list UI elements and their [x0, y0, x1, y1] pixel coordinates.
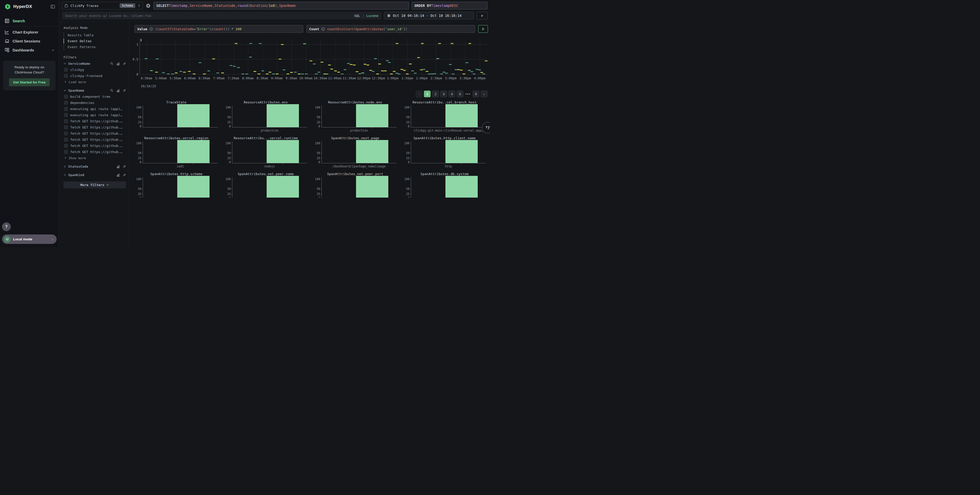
pagination-next-button[interactable]: ›	[481, 90, 487, 97]
analysis-mode-results-table[interactable]: Results Table	[64, 32, 126, 38]
checkbox[interactable]	[64, 119, 68, 123]
breakdown-chart[interactable]: SpanAttributes.net.peer.name10050250z5nr…	[222, 172, 309, 198]
pin-icon[interactable]	[123, 165, 126, 168]
chart-plot-area[interactable]: 00.51	[140, 38, 487, 74]
pagination-prev-button[interactable]: ‹	[416, 90, 422, 97]
breakdown-chart[interactable]: SpanAttributes.http.client.name10050250h…	[401, 136, 488, 168]
search-icon[interactable]	[110, 62, 113, 65]
breakdown-chart[interactable]: ResourceAttribu..cel.branch_host10050250…	[401, 100, 488, 133]
help-button[interactable]: ?	[2, 222, 11, 231]
breakdown-bar[interactable]	[356, 176, 388, 198]
checkbox[interactable]	[64, 74, 68, 78]
filter-group-header[interactable]: SpanKind	[64, 173, 126, 177]
filter-checkbox-item[interactable]: fetch GET https://github.…	[64, 150, 126, 154]
pagination-page-9[interactable]: 9	[473, 90, 479, 97]
sidebar-item-label: Dashboards	[13, 48, 34, 52]
pagination-page-2[interactable]: 2	[432, 90, 439, 97]
analysis-mode-event-patterns[interactable]: Event Patterns	[64, 44, 126, 50]
filter-group-header[interactable]: ServiceName	[64, 62, 126, 65]
bar-chart-icon[interactable]	[116, 62, 120, 65]
checkbox[interactable]	[64, 107, 68, 111]
breakdown-bar[interactable]	[267, 140, 299, 163]
breakdown-bar[interactable]	[177, 140, 210, 163]
checkbox[interactable]	[64, 95, 68, 98]
breakdown-chart[interactable]: SpanAttributes.net.peer.port100502508443	[312, 172, 399, 198]
breakdown-chart[interactable]: SpanAttributes.http.scheme10050250https	[133, 172, 220, 198]
sidebar-item-chart-explorer[interactable]: Chart Explorer	[0, 28, 59, 36]
date-range-picker[interactable]: Oct 10 04:16:14 - Oct 10 16:16:14	[384, 12, 474, 19]
count-expression-input[interactable]: Count countDistinct(SpanAttributes['user…	[306, 25, 475, 33]
select-query-input[interactable]: SELECT Timestamp, ServiceName, StatusCod…	[153, 2, 409, 10]
breakdown-bar[interactable]	[445, 176, 478, 198]
breakdown-bar[interactable]	[177, 104, 210, 127]
sidebar-item-client-sessions[interactable]: Client Sessions	[0, 36, 59, 46]
sidebar-item-search[interactable]: Search	[0, 16, 59, 25]
get-started-button[interactable]: Get Started for Free	[9, 78, 50, 86]
breakdown-bar[interactable]	[177, 176, 210, 198]
value-expression-input[interactable]: Value (countIf(StatusCode='Error')/count…	[134, 25, 303, 33]
run-query-button[interactable]	[478, 25, 488, 33]
filter-checkbox-item[interactable]: executing api route (app)…	[64, 113, 126, 117]
breakdown-bar[interactable]	[356, 140, 388, 163]
checkbox[interactable]	[64, 101, 68, 105]
filter-checkbox-item[interactable]: executing api route (app)…	[64, 107, 126, 111]
data-point	[454, 69, 457, 70]
analysis-mode-event-deltas[interactable]: Event Deltas	[64, 38, 126, 44]
filter-checkbox-item[interactable]: fetch GET https://github.…	[64, 132, 126, 135]
breakdown-bar[interactable]	[445, 140, 478, 163]
search-icon[interactable]	[110, 89, 113, 92]
lucene-toggle[interactable]: Lucene	[366, 14, 378, 17]
filter-checkbox-item[interactable]: dependencies	[64, 101, 126, 105]
filter-checkbox-item[interactable]: fetch GET https://github.…	[64, 144, 126, 148]
sidebar-collapse-icon[interactable]	[51, 4, 55, 9]
breakdown-chart[interactable]: ResourceAttributes.node.env10050250produ…	[312, 100, 399, 133]
pagination-page-3[interactable]: 3	[440, 90, 447, 97]
checkbox[interactable]	[64, 150, 68, 154]
pagination-page-4[interactable]: 4	[449, 90, 455, 97]
local-mode-button[interactable]: U Local mode ›	[2, 235, 57, 244]
breakdown-bar[interactable]	[445, 104, 478, 127]
breakdown-bar[interactable]	[267, 176, 299, 198]
filter-checkbox-item[interactable]: fetch GET https://github.…	[64, 125, 126, 129]
breakdown-chart[interactable]: ResourceAttribu...vercel.runtime10050250…	[222, 136, 309, 168]
filter-checkbox-item[interactable]: build component tree	[64, 95, 126, 98]
filter-checkbox-item[interactable]: clickpy	[64, 68, 126, 72]
breakdown-chart[interactable]: TraceState10050250	[133, 100, 220, 133]
filter-group-header[interactable]: SpanName	[64, 89, 126, 92]
pin-icon[interactable]	[123, 89, 126, 92]
pagination-page-5[interactable]: 5	[457, 90, 463, 97]
bar-chart-icon[interactable]	[116, 89, 120, 92]
filter-checkbox-item[interactable]: fetch GET https://github.…	[64, 119, 126, 123]
breakdown-chart[interactable]: SpanAttributes.next.page10050250/dashboa…	[312, 136, 399, 168]
breakdown-chart[interactable]: ResourceAttributes.env10050250production	[222, 100, 309, 133]
sidebar-item-dashboards[interactable]: Dashboards	[0, 46, 59, 54]
filter-checkbox-item[interactable]: clickpy-frontend	[64, 74, 126, 78]
filter-show-more[interactable]: Show more	[64, 156, 126, 160]
filter-checkbox-item[interactable]: fetch GET https://github.…	[64, 138, 126, 141]
checkbox[interactable]	[64, 113, 68, 117]
breakdown-bar[interactable]	[267, 104, 299, 127]
bar-chart-icon[interactable]	[116, 173, 120, 177]
data-source-select[interactable]: ClickPy Traces Schema	[62, 2, 143, 10]
sql-toggle[interactable]: SQL	[354, 14, 360, 17]
search-input[interactable]: Search your events w/ Lucene ex. column:…	[62, 12, 382, 19]
bar-chart-icon[interactable]	[116, 165, 120, 168]
breakdown-bar[interactable]	[356, 104, 388, 127]
more-filters-button[interactable]: More filters	[64, 181, 126, 188]
checkbox[interactable]	[64, 138, 68, 141]
filter-load-more[interactable]: Load more	[64, 80, 126, 84]
schema-badge[interactable]: Schema	[119, 3, 135, 8]
pin-icon[interactable]	[123, 173, 126, 177]
breakdown-chart[interactable]: ResourceAttributes.vercel.region10050250…	[133, 136, 220, 168]
checkbox[interactable]	[64, 125, 68, 129]
gear-icon[interactable]	[146, 3, 150, 8]
filter-group-header[interactable]: StatusCode	[64, 165, 126, 168]
order-by-input[interactable]: ORDER BY Timestamp DESC	[412, 2, 487, 10]
checkbox[interactable]	[64, 144, 68, 148]
pagination-page-1[interactable]: 1	[424, 90, 431, 97]
checkbox[interactable]	[64, 68, 68, 72]
pin-icon[interactable]	[123, 62, 126, 65]
breakdown-chart[interactable]: SpanAttributes.db.system10050250clickhou…	[401, 172, 488, 198]
search-run-button[interactable]	[477, 12, 487, 19]
checkbox[interactable]	[64, 132, 68, 135]
